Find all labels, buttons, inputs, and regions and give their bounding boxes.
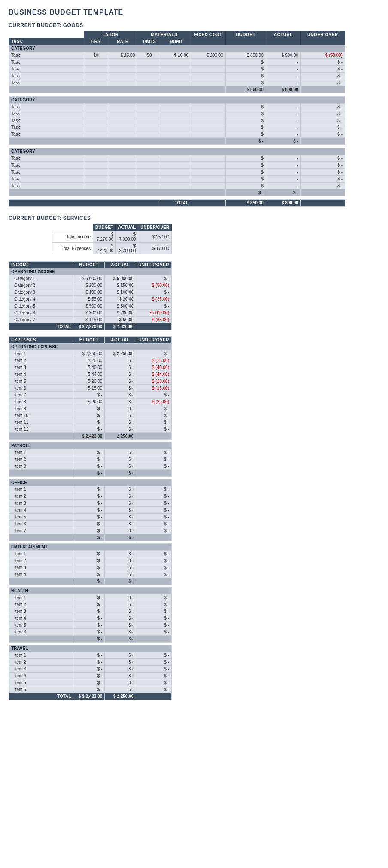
expense-data-row: Item 5 $ - $ - $ - (9, 622, 172, 629)
subsection-header-2: OFFICE (9, 479, 172, 486)
goods-data-row: Task $ - $ - (9, 183, 345, 189)
expense-data-row: Item 2 $ - $ - $ - (9, 456, 172, 463)
goods-section-title: CURRENT BUDGET: GOODS (9, 22, 345, 28)
expense-data-row: Item 6 $ 15.00 $ - $ (15.00) (9, 385, 172, 392)
subtotal-row: $ - $ - (9, 138, 345, 145)
income-data-row: Category 7 $ 115.00 $ 50.00 $ (65.00) (9, 317, 172, 323)
goods-header-top: LABOR MATERIALS FIXED COST BUDGET ACTUAL… (9, 31, 345, 38)
budget-header: BUDGET (226, 31, 266, 38)
services-summary-table: BUDGET ACTUAL UNDER/OVER Total Income $ … (52, 224, 172, 254)
subsection-header-3: ENTERTAINMENT (9, 544, 172, 551)
expense-data-row: Item 5 $ - $ - $ - (9, 514, 172, 521)
goods-data-row: Task 10 $ 15.00 50 $ 10.00 $ 200.00 $ 85… (9, 52, 345, 59)
expense-data-row: Item 7 $ - $ - $ - (9, 527, 172, 534)
rate-col-header: RATE (108, 38, 137, 45)
expense-data-row: Item 2 $ - $ - $ - (9, 557, 172, 564)
expense-data-row: Item 3 $ 40.00 $ - $ (40.00) (9, 364, 172, 371)
summary-header-row: BUDGET ACTUAL UNDER/OVER (52, 224, 172, 231)
expense-data-row: Item 4 $ - $ - $ - (9, 673, 172, 679)
under-over-header: UNDER/OVER (300, 31, 345, 38)
category-row: CATEGORY (9, 97, 345, 104)
income-data-row: Category 4 $ 55.00 $ 20.00 $ (35.00) (9, 296, 172, 303)
expense-data-row: Item 2 $ - $ - $ - (9, 659, 172, 666)
summary-under-over-header: UNDER/OVER (138, 224, 172, 231)
hrs-col-header: HRS (84, 38, 108, 45)
goods-table: LABOR MATERIALS FIXED COST BUDGET ACTUAL… (9, 31, 345, 207)
summary-data-row: Total Income $ 7,270.00 $ 7,020.00 $ 250… (52, 231, 172, 243)
goods-data-row: Task $ - $ - (9, 117, 345, 124)
goods-data-row: Task $ - $ - (9, 59, 345, 66)
expense-data-row: Item 6 $ - $ - $ - (9, 629, 172, 636)
goods-data-row: Task $ - $ - (9, 176, 345, 183)
expense-data-row: Item 4 $ 44.00 $ - $ (44.00) (9, 371, 172, 378)
page-title: BUSINESS BUDGET TEMPLATE (9, 9, 345, 16)
subtotal-row: $ 850.00 $ 800.00 (9, 86, 345, 93)
goods-data-row: Task $ - $ - (9, 162, 345, 169)
income-section-header: INCOME BUDGET ACTUAL UNDER/OVER (9, 262, 172, 268)
goods-data-row: Task $ - $ - (9, 131, 345, 138)
subtotal-row-3: $ - $ - (9, 578, 172, 585)
subtotal-row-4: $ - $ - (9, 636, 172, 643)
expense-data-row: Item 5 $ 20.00 $ - $ (20.00) (9, 378, 172, 385)
expense-data-row: Item 6 $ - $ - $ - (9, 686, 172, 693)
expense-data-row: Item 6 $ - $ - $ - (9, 521, 172, 527)
services-section-title: CURRENT BUDGET: SERVICES (9, 215, 345, 221)
summary-data-row: Total Expenses $ 2,423.00 $ 2,250.00 $ 1… (52, 243, 172, 254)
expense-data-row: Item 8 $ 29.00 $ - $ (29.00) (9, 399, 172, 405)
expense-data-row: Item 2 $ - $ - $ - (9, 601, 172, 608)
operating-income-header: OPERATING INCOME (9, 268, 172, 275)
expense-data-row: Item 1 $ - $ - $ - (9, 594, 172, 601)
goods-data-row: Task $ - $ - (9, 73, 345, 79)
goods-data-row: Task $ - $ - (9, 104, 345, 110)
expense-data-row: Item 9 $ - $ - $ - (9, 405, 172, 412)
expense-data-row: Item 11 $ - $ - $ - (9, 419, 172, 426)
goods-data-row: Task $ - $ - (9, 110, 345, 117)
goods-data-row: Task $ - $ - (9, 124, 345, 131)
expenses-section-header: EXPENSES BUDGET ACTUAL UNDER/OVER (9, 337, 172, 344)
expense-data-row: Item 2 $ 25.00 $ - $ (25.00) (9, 357, 172, 364)
subtotal-row-2: $ - $ - (9, 534, 172, 541)
income-data-row: Category 6 $ 300.00 $ 200.00 $ (100.00) (9, 310, 172, 317)
expense-data-row: Item 4 $ - $ - $ - (9, 615, 172, 622)
expense-data-row: Item 7 $ - $ - $ - (9, 392, 172, 399)
category-row: CATEGORY (9, 45, 345, 52)
income-total-row: TOTAL $ $ 7,270.00 $ 7,020.00 (9, 323, 172, 330)
goods-data-row: Task $ - $ - (9, 155, 345, 162)
income-table: INCOME BUDGET ACTUAL UNDER/OVER OPERATIN… (9, 261, 172, 330)
income-data-row: Category 3 $ 100.00 $ 100.00 $ - (9, 289, 172, 296)
expense-data-row: Item 1 $ - $ - $ - (9, 449, 172, 456)
expense-data-row: Item 4 $ - $ - $ - (9, 507, 172, 514)
task-col-header: TASK (9, 38, 84, 45)
labor-header: LABOR (84, 31, 137, 38)
unit-cost-col-header: $/UNIT (161, 38, 191, 45)
subtotal-row: $ - $ - (9, 189, 345, 196)
subtotal-row-0: $ 2,423.00 2,250.00 (9, 433, 172, 440)
summary-budget-header: BUDGET (93, 224, 115, 231)
expenses-total-row: TOTAL $ $ 2,423.00 $ 2,250.00 (9, 693, 172, 700)
subsection-header-5: TRAVEL (9, 645, 172, 652)
expense-data-row: Item 12 $ - $ - $ - (9, 426, 172, 433)
income-data-row: Category 2 $ 200.00 $ 150.00 $ (50.00) (9, 282, 172, 289)
goods-header-sub: TASK HRS RATE UNITS $/UNIT (9, 38, 345, 45)
materials-header: MATERIALS (137, 31, 191, 38)
subsection-header-0: OPERATING EXPENSE (9, 344, 172, 350)
expense-data-row: Item 1 $ - $ - $ - (9, 551, 172, 557)
goods-data-row: Task $ - $ - (9, 79, 345, 86)
expense-data-row: Item 10 $ - $ - $ - (9, 412, 172, 419)
expense-data-row: Item 3 $ - $ - $ - (9, 608, 172, 615)
expense-data-row: Item 3 $ - $ - $ - (9, 564, 172, 571)
expense-data-row: Item 2 $ - $ - $ - (9, 493, 172, 500)
fixed-cost-header: FIXED COST (191, 31, 226, 38)
units-col-header: UNITS (137, 38, 161, 45)
expenses-table: EXPENSES BUDGET ACTUAL UNDER/OVER OPERAT… (9, 336, 172, 700)
expense-data-row: Item 1 $ 2,250.00 $ 2,250.00 $ - (9, 350, 172, 357)
goods-data-row: Task $ - $ - (9, 66, 345, 73)
income-data-row: Category 5 $ 500.00 $ 500.00 $ - (9, 303, 172, 310)
expense-data-row: Item 3 $ - $ - $ - (9, 666, 172, 673)
actual-header: ACTUAL (266, 31, 300, 38)
expense-data-row: Item 3 $ - $ - $ - (9, 500, 172, 507)
subsection-header-1: PAYROLL (9, 442, 172, 449)
expense-data-row: Item 3 $ - $ - $ - (9, 463, 172, 470)
goods-total-row: TOTAL $ 850.00 $ 800.00 (9, 200, 345, 207)
expense-data-row: Item 5 $ - $ - $ - (9, 679, 172, 686)
